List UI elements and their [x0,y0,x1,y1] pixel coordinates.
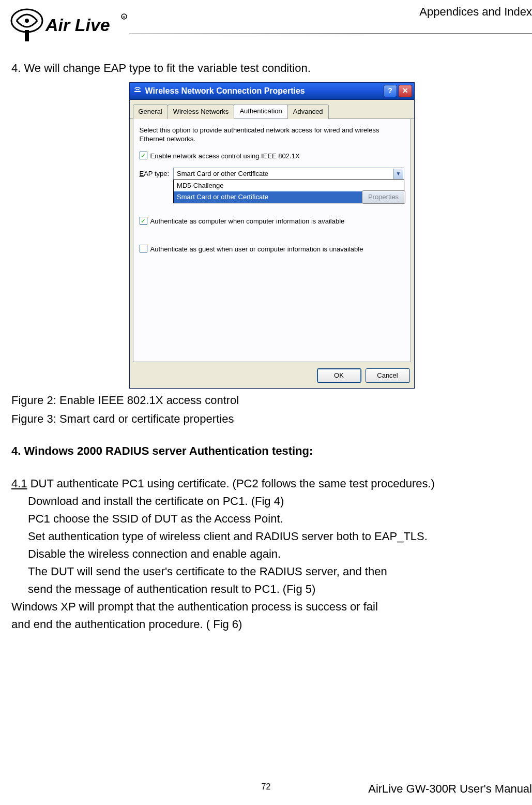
combo-item[interactable]: MD5-Challenge [174,180,403,191]
dialog-titlebar[interactable]: Wireless Network Connection Properties ?… [130,83,414,100]
pane-description: Select this option to provide authentica… [140,126,404,144]
section-4-1-head: 4.1 DUT authenticate PC1 using certifica… [11,475,532,493]
step-line: Disable the wireless connection and enab… [28,545,532,563]
help-button[interactable]: ? [384,85,397,97]
properties-button[interactable]: Properties [362,190,405,204]
cancel-button[interactable]: Cancel [366,368,410,383]
svg-text:R: R [123,15,126,20]
svg-point-1 [25,19,29,23]
svg-rect-2 [25,30,29,41]
eap-type-label: EAP type: [140,169,170,179]
ok-button[interactable]: OK [317,368,361,383]
close-button[interactable]: ✕ [399,85,412,97]
dialog-tabs: General Wireless Networks Authentication… [130,100,414,119]
intro-text: 4. We will change EAP type to fit the va… [11,59,532,77]
tab-general[interactable]: General [133,105,168,119]
step-line: PC1 choose the SSID of DUT as the Access… [28,510,532,528]
page-number: 72 [262,782,271,792]
check-auth-computer[interactable]: Authenticate as computer when computer i… [140,216,404,227]
dialog-pane: Select this option to provide authentica… [133,119,411,362]
header-rule [129,33,532,34]
checkbox-icon[interactable] [140,245,147,252]
check-auth-guest[interactable]: Authenticate as guest when user or compu… [140,244,404,255]
header-section: Appendices and Index [419,5,532,19]
tab-advanced[interactable]: Advanced [287,105,329,119]
step-line: Set authentication type of wireless clie… [28,528,532,545]
tab-wireless-networks[interactable]: Wireless Networks [168,105,235,119]
combo-selected-text: Smart Card or other Certificate [177,169,268,179]
checkbox-icon[interactable] [140,217,147,225]
figure-2-caption: Figure 2: Enable IEEE 802.1X access cont… [11,392,532,409]
manual-name: AirLive GW-300R User's Manual [368,782,532,796]
svg-text:Air Live: Air Live [45,15,110,35]
eap-type-combo[interactable]: Smart Card or other Certificate ▼ MD5-Ch… [173,168,404,180]
tail-line: and end the authentication procedure. ( … [11,616,532,633]
dialog-window: Wireless Network Connection Properties ?… [129,82,415,389]
check-enable-label: Enable network access control using IEEE… [150,151,300,161]
wireless-icon [133,84,142,98]
check-guest-label: Authenticate as guest when user or compu… [150,244,363,255]
checkbox-icon[interactable] [140,152,147,159]
figure-3-caption: Figure 3: Smart card or certificate prop… [11,410,532,428]
chevron-down-icon[interactable]: ▼ [393,169,403,179]
tail-line: Windows XP will prompt that the authenti… [11,598,532,616]
section-4-1-rest: DUT authenticate PC1 using certificate. … [27,477,435,490]
step-line: Download and install the certificate on … [28,493,532,510]
step-line: The DUT will send the user's certificate… [28,563,532,580]
step-line: send the message of authentication resul… [28,580,532,598]
tab-authentication[interactable]: Authentication [234,104,287,118]
check-computer-label: Authenticate as computer when computer i… [150,216,345,227]
brand-logo: Air Live R [9,5,128,48]
dialog-title: Wireless Network Connection Properties [145,85,305,98]
check-enable-8021x[interactable]: Enable network access control using IEEE… [140,151,404,161]
combo-selected[interactable]: Smart Card or other Certificate ▼ [173,168,404,180]
section-4-title: 4. Windows 2000 RADIUS server Authentica… [11,442,532,460]
section-4-1-number: 4.1 [11,477,27,490]
